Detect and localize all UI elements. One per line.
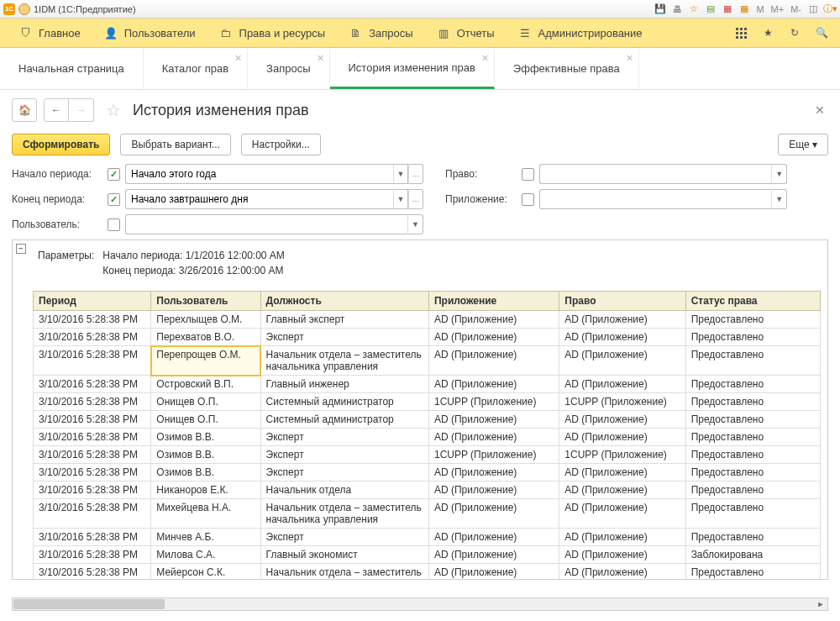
- tab-3[interactable]: История изменения прав✕: [330, 48, 495, 89]
- table-cell[interactable]: AD (Приложение): [428, 429, 559, 446]
- table-cell[interactable]: AD (Приложение): [428, 564, 559, 581]
- memory-mminus-button[interactable]: M-: [789, 4, 803, 14]
- table-cell[interactable]: 3/10/2016 5:28:38 PM: [34, 499, 151, 529]
- table-cell[interactable]: 3/10/2016 5:28:38 PM: [34, 329, 151, 346]
- table-cell[interactable]: Предоставлено: [685, 446, 820, 464]
- table-cell[interactable]: 3/10/2016 5:28:38 PM: [34, 446, 151, 464]
- end-period-input[interactable]: ▼ …: [125, 189, 423, 209]
- table-cell[interactable]: Предоставлено: [685, 376, 820, 393]
- table-row[interactable]: 3/10/2016 5:28:38 PMМинчев А.Б.ЭкспертAD…: [34, 529, 821, 546]
- table-cell[interactable]: Предоставлено: [685, 311, 820, 329]
- table-row[interactable]: 3/10/2016 5:28:38 PMОзимов В.В.Эксперт1C…: [34, 446, 821, 464]
- table-cell[interactable]: AD (Приложение): [428, 311, 559, 329]
- column-header[interactable]: Должность: [260, 292, 428, 311]
- more-button[interactable]: Еще ▾: [778, 134, 828, 155]
- table-cell[interactable]: AD (Приложение): [428, 499, 559, 529]
- table-cell[interactable]: Системный администратор: [260, 393, 428, 411]
- table-row[interactable]: 3/10/2016 5:28:38 PMОнищев О.П.Системный…: [34, 393, 821, 411]
- table-cell[interactable]: Главный инженер: [260, 376, 428, 393]
- menu-item-5[interactable]: ☰Администрирование: [507, 18, 654, 47]
- end-period-checkbox[interactable]: [108, 193, 120, 206]
- table-cell[interactable]: Предоставлено: [685, 529, 820, 546]
- tab-close-icon[interactable]: ✕: [317, 53, 324, 64]
- column-header[interactable]: Статус права: [685, 292, 820, 311]
- table-row[interactable]: 3/10/2016 5:28:38 PMНиканоров Е.К.Началь…: [34, 482, 821, 499]
- column-header[interactable]: Приложение: [428, 292, 559, 311]
- table-cell[interactable]: Предоставлено: [685, 429, 820, 446]
- table-cell[interactable]: Мейерсон С.К.: [151, 564, 260, 581]
- favorites-button[interactable]: ★: [756, 21, 780, 45]
- table-cell[interactable]: Онищев О.П.: [151, 393, 260, 411]
- table-row[interactable]: 3/10/2016 5:28:38 PMПерепрощев О.М.Начал…: [34, 346, 821, 376]
- menu-item-1[interactable]: 👤Пользователи: [92, 18, 207, 47]
- table-row[interactable]: 3/10/2016 5:28:38 PMПерехлыщев О.М.Главн…: [34, 311, 821, 329]
- table-cell[interactable]: Начальник отдела: [260, 482, 428, 499]
- table-cell[interactable]: AD (Приложение): [559, 429, 685, 446]
- table-row[interactable]: 3/10/2016 5:28:38 PMМилова С.А.Главный э…: [34, 546, 821, 564]
- data-table[interactable]: ПериодПользовательДолжностьПриложениеПра…: [33, 291, 821, 580]
- table-cell[interactable]: 1CUPP (Приложение): [559, 393, 685, 411]
- table-cell[interactable]: AD (Приложение): [559, 529, 685, 546]
- user-filter-checkbox[interactable]: [108, 218, 120, 231]
- close-page-button[interactable]: ✕: [811, 100, 828, 120]
- table-cell[interactable]: Эксперт: [260, 429, 428, 446]
- table-cell[interactable]: AD (Приложение): [428, 329, 559, 346]
- table-cell[interactable]: AD (Приложение): [559, 311, 685, 329]
- menu-item-0[interactable]: ⛉Главное: [7, 18, 92, 47]
- table-cell[interactable]: Системный администратор: [260, 411, 428, 429]
- column-header[interactable]: Право: [559, 292, 685, 311]
- table-row[interactable]: 3/10/2016 5:28:38 PMОзимов В.В.ЭкспертAD…: [34, 429, 821, 446]
- document-icon[interactable]: ▤: [704, 3, 717, 16]
- table-cell[interactable]: Начальник отдела – заместитель начальник…: [260, 499, 428, 529]
- scroll-thumb[interactable]: [13, 599, 165, 609]
- table-cell[interactable]: AD (Приложение): [428, 376, 559, 393]
- table-cell[interactable]: AD (Приложение): [559, 499, 685, 529]
- table-cell[interactable]: Предоставлено: [685, 564, 820, 581]
- table-cell[interactable]: Начальник отдела – заместитель начальник…: [260, 564, 428, 581]
- tab-close-icon[interactable]: ✕: [626, 53, 633, 64]
- app-filter-dropdown-icon[interactable]: ▼: [771, 189, 787, 209]
- user-filter-dropdown-icon[interactable]: ▼: [407, 214, 423, 234]
- horizontal-scrollbar[interactable]: ◄ ►: [12, 597, 828, 611]
- table-cell[interactable]: AD (Приложение): [559, 464, 685, 482]
- table-row[interactable]: 3/10/2016 5:28:38 PMОстровский В.П.Главн…: [34, 376, 821, 393]
- menu-item-3[interactable]: 🗎Запросы: [337, 18, 424, 47]
- table-cell[interactable]: 3/10/2016 5:28:38 PM: [34, 429, 151, 446]
- table-cell[interactable]: Предоставлено: [685, 411, 820, 429]
- table-row[interactable]: 3/10/2016 5:28:38 PMПерехватов В.О.Экспе…: [34, 329, 821, 346]
- table-cell[interactable]: Перепрощев О.М.: [151, 346, 260, 376]
- right-filter-dropdown-icon[interactable]: ▼: [771, 164, 787, 184]
- menu-item-4[interactable]: ▥Отчеты: [425, 18, 507, 47]
- user-filter-input[interactable]: ▼: [125, 214, 423, 234]
- table-cell[interactable]: Минчев А.Б.: [151, 529, 260, 546]
- start-period-field[interactable]: [125, 164, 393, 184]
- list-icon[interactable]: ▦: [721, 3, 734, 16]
- table-cell[interactable]: Озимов В.В.: [151, 464, 260, 482]
- tab-4[interactable]: Эффективные права✕: [495, 48, 639, 89]
- table-cell[interactable]: 1CUPP (Приложение): [559, 446, 685, 464]
- table-cell[interactable]: Главный экономист: [260, 546, 428, 564]
- table-cell[interactable]: 3/10/2016 5:28:38 PM: [34, 393, 151, 411]
- table-cell[interactable]: Никаноров Е.К.: [151, 482, 260, 499]
- start-period-input[interactable]: ▼ …: [125, 164, 423, 184]
- tab-2[interactable]: Запросы✕: [248, 48, 329, 89]
- table-cell[interactable]: Онищев О.П.: [151, 411, 260, 429]
- end-period-dropdown-icon[interactable]: ▼: [393, 189, 408, 209]
- app-filter-checkbox[interactable]: [522, 193, 534, 206]
- table-cell[interactable]: Михейцева Н.А.: [151, 499, 260, 529]
- table-cell[interactable]: AD (Приложение): [428, 411, 559, 429]
- table-cell[interactable]: 3/10/2016 5:28:38 PM: [34, 346, 151, 376]
- table-cell[interactable]: AD (Приложение): [428, 546, 559, 564]
- table-cell[interactable]: Предоставлено: [685, 482, 820, 499]
- table-cell[interactable]: 3/10/2016 5:28:38 PM: [34, 464, 151, 482]
- app-filter-field[interactable]: [539, 189, 771, 209]
- table-cell[interactable]: Перехлыщев О.М.: [151, 311, 260, 329]
- table-cell[interactable]: Предоставлено: [685, 346, 820, 376]
- table-cell[interactable]: Милова С.А.: [151, 546, 260, 564]
- favorite-icon[interactable]: ☆: [687, 3, 701, 16]
- table-cell[interactable]: Предоставлено: [685, 499, 820, 529]
- table-cell[interactable]: Предоставлено: [685, 329, 820, 346]
- apps-grid-button[interactable]: [729, 21, 753, 45]
- table-cell[interactable]: AD (Приложение): [559, 346, 685, 376]
- table-cell[interactable]: Перехватов В.О.: [151, 329, 260, 346]
